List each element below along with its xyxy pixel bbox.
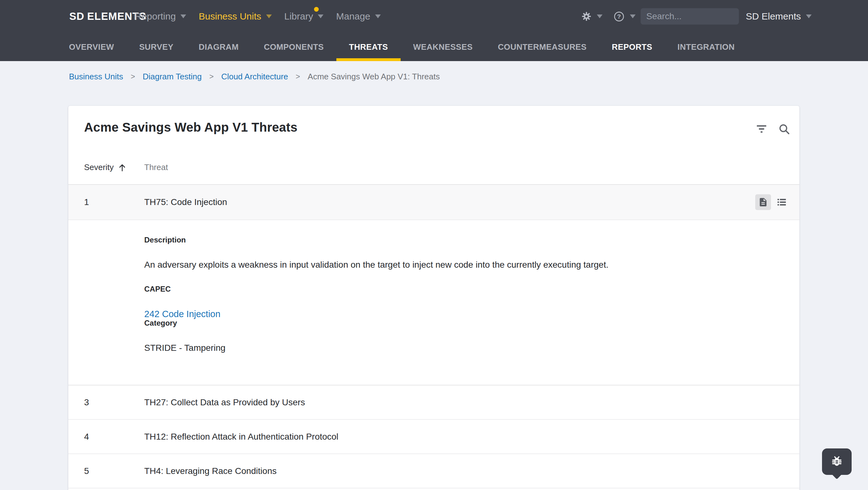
column-header-severity[interactable]: Severity — [84, 162, 127, 172]
bug-report-button[interactable] — [822, 449, 851, 475]
category-label: Category — [144, 319, 780, 327]
tab-threats[interactable]: THREATS — [336, 33, 401, 61]
severity-value: 4 — [84, 432, 89, 442]
breadcrumb-diagram-testing[interactable]: Diagram Testing — [143, 71, 202, 82]
breadcrumb-separator: > — [131, 71, 135, 82]
panel-header: Acme Savings Web App V1 Threats — [68, 106, 799, 185]
document-icon — [758, 197, 768, 207]
menu-business-units[interactable]: Business Units — [199, 11, 272, 22]
search-icon — [778, 123, 790, 135]
threat-title: TH4: Leveraging Race Conditions — [144, 466, 277, 476]
panel-actions — [755, 122, 791, 136]
threat-detail-panel: Description An adversary exploits a weak… — [68, 220, 799, 386]
menu-manage-label: Manage — [336, 11, 370, 22]
table-search-button[interactable] — [777, 122, 791, 136]
help-icon: ? — [613, 11, 625, 22]
account-menu-label[interactable]: SD Elements — [746, 11, 801, 22]
settings-gear-button[interactable] — [581, 11, 592, 22]
help-button[interactable]: ? — [613, 11, 625, 22]
top-navbar: SD ELEMENTS Reporting Business Units Lib… — [0, 0, 868, 61]
threat-row-th4[interactable]: 5 TH4: Leveraging Race Conditions — [68, 454, 799, 488]
row-view-toggles — [755, 194, 787, 210]
threat-row-th75[interactable]: 1 TH75: Code Injection — [68, 185, 799, 220]
breadcrumb-business-units[interactable]: Business Units — [69, 71, 123, 82]
description-text: An adversary exploits a weakness in inpu… — [144, 260, 780, 270]
menu-library[interactable]: Library — [284, 11, 324, 22]
breadcrumb-separator: > — [296, 71, 300, 82]
svg-text:?: ? — [617, 13, 621, 20]
severity-value: 3 — [84, 397, 89, 407]
chevron-down-icon — [266, 14, 272, 18]
global-search-input[interactable] — [641, 8, 739, 25]
severity-value: 1 — [84, 197, 89, 207]
navbar-primary-row: SD ELEMENTS Reporting Business Units Lib… — [0, 0, 868, 33]
tab-diagram[interactable]: DIAGRAM — [186, 33, 251, 61]
breadcrumb-cloud-architecture[interactable]: Cloud Architecture — [221, 71, 288, 82]
menu-reporting[interactable]: Reporting — [135, 11, 186, 22]
gear-icon — [581, 11, 592, 22]
notification-dot — [314, 7, 319, 12]
severity-header-label: Severity — [84, 162, 114, 172]
threat-row-th12[interactable]: 4 TH12: Reflection Attack in Authenticat… — [68, 420, 799, 454]
chevron-down-icon[interactable] — [806, 14, 812, 18]
main-menu: Reporting Business Units Library Manage — [135, 0, 381, 33]
list-icon — [776, 196, 787, 208]
threat-title: TH75: Code Injection — [144, 197, 227, 207]
threat-row-th27[interactable]: 3 TH27: Collect Data as Provided by User… — [68, 386, 799, 420]
description-label: Description — [144, 236, 780, 244]
list-view-button[interactable] — [776, 196, 787, 208]
tab-countermeasures[interactable]: COUNTERMEASURES — [485, 33, 599, 61]
project-tab-bar: OVERVIEW SURVEY DIAGRAM COMPONENTS THREA… — [56, 33, 747, 61]
tab-weaknesses[interactable]: WEAKNESSES — [401, 33, 485, 61]
logo-part-sd: SD — [69, 10, 84, 22]
tab-survey[interactable]: SURVEY — [127, 33, 186, 61]
filter-icon — [755, 123, 768, 135]
chevron-down-icon[interactable] — [630, 14, 636, 18]
menu-business-units-label: Business Units — [199, 11, 261, 22]
sort-ascending-arrow-icon — [118, 163, 127, 172]
chevron-down-icon — [375, 14, 381, 18]
menu-reporting-label: Reporting — [135, 11, 176, 22]
navbar-utilities: ? SD Elements — [581, 0, 812, 33]
description-view-button[interactable] — [755, 194, 771, 210]
chevron-down-icon — [318, 14, 323, 18]
page-title: Acme Savings Web App V1 Threats — [84, 120, 298, 134]
menu-manage[interactable]: Manage — [336, 11, 380, 22]
bug-icon — [830, 455, 843, 468]
menu-library-label: Library — [284, 11, 313, 22]
column-header-threat: Threat — [144, 162, 168, 172]
tab-overview[interactable]: OVERVIEW — [56, 33, 127, 61]
tab-components[interactable]: COMPONENTS — [251, 33, 336, 61]
tab-integration[interactable]: INTEGRATION — [665, 33, 747, 61]
capec-label: CAPEC — [144, 285, 780, 293]
threats-panel: Acme Savings Web App V1 Threats — [68, 106, 799, 490]
breadcrumb: Business Units > Diagram Testing > Cloud… — [69, 71, 440, 82]
tab-reports[interactable]: REPORTS — [599, 33, 665, 61]
category-value: STRIDE - Tampering — [144, 343, 780, 353]
filter-button[interactable] — [755, 122, 769, 136]
capec-link[interactable]: 242 Code Injection — [144, 309, 220, 319]
breadcrumb-current-page: Acme Savings Web App V1: Threats — [308, 71, 440, 82]
sd-elements-app: { "colors": { "navbar_bg": "#3d4049", "b… — [0, 0, 868, 490]
threat-title: TH12: Reflection Attack in Authenticatio… — [144, 432, 338, 442]
chevron-down-icon — [181, 14, 186, 18]
chevron-down-icon[interactable] — [597, 14, 602, 18]
severity-value: 5 — [84, 466, 89, 476]
threat-title: TH27: Collect Data as Provided by Users — [144, 397, 305, 407]
breadcrumb-separator: > — [209, 71, 214, 82]
